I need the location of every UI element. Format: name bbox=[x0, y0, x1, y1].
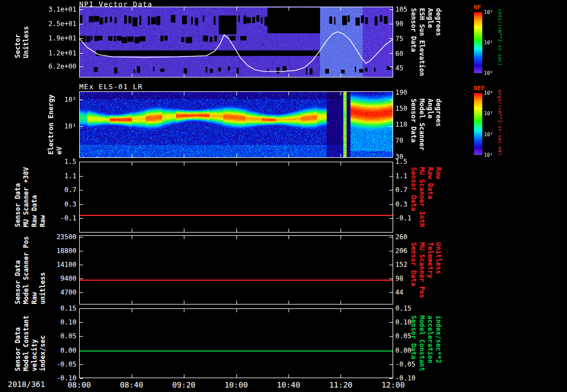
y-tick-label-right: 70 bbox=[395, 137, 403, 145]
tick-mark bbox=[236, 374, 237, 378]
tick-mark bbox=[80, 308, 83, 309]
x-tick-label: 08:00 bbox=[68, 380, 91, 389]
tick-mark bbox=[184, 309, 184, 312]
axis-label-line: Angle bbox=[426, 99, 434, 151]
axis-label-line: Sensor Data bbox=[14, 167, 22, 227]
panel-modelconst-frame bbox=[79, 308, 393, 378]
tick-mark bbox=[341, 229, 341, 232]
x-tick-label: 08:40 bbox=[120, 380, 143, 389]
tick-mark bbox=[80, 218, 83, 219]
tick-mark bbox=[80, 9, 83, 10]
y-tick-label-left: 1.2e+01 bbox=[42, 49, 76, 57]
y-tick-label-right: 60 bbox=[395, 50, 403, 58]
tick-mark bbox=[341, 92, 341, 95]
tick-mark bbox=[184, 301, 184, 304]
data-line-mu30v bbox=[80, 215, 393, 216]
y-tick-label-left: 1.1 bbox=[42, 172, 76, 180]
tick-mark bbox=[132, 236, 132, 239]
y-tick-label-left: 0.10 bbox=[42, 318, 76, 326]
tick-mark bbox=[288, 229, 289, 232]
tick-mark bbox=[236, 236, 237, 239]
tick-mark bbox=[184, 7, 184, 11]
colorbar-def bbox=[474, 93, 482, 155]
colorbar-units: cnts/(cm**2-sr-sec) bbox=[497, 9, 503, 78]
panel-mu30v-frame bbox=[79, 162, 393, 233]
axis-label-line: Sensor Data bbox=[14, 315, 22, 371]
axis-label-line: eV bbox=[56, 95, 63, 154]
y-tick-label-right: 206 bbox=[395, 247, 408, 255]
axis-label-modelconst-right: Sensor DataModel Constantaccelerationind… bbox=[410, 315, 442, 371]
y-tick-label-right: 98 bbox=[395, 275, 403, 282]
y-tick-label-right: 75 bbox=[395, 35, 403, 43]
tick-mark bbox=[341, 374, 341, 378]
tick-mark bbox=[80, 126, 83, 127]
axis-label-line: Model Constant bbox=[23, 315, 30, 371]
y-tick-label-left: 1.9e+01 bbox=[42, 34, 76, 42]
y-tick-label-left: 0.7 bbox=[42, 186, 76, 194]
tick-mark bbox=[236, 162, 237, 166]
axis-label-line: Raw bbox=[39, 167, 47, 227]
tick-mark bbox=[288, 301, 289, 304]
tick-mark bbox=[389, 66, 393, 67]
y-tick-label-left: 0.3 bbox=[42, 200, 76, 208]
axis-label-mu30v-right: Sensor DataMU Scanner IntHRaw DataRaw bbox=[410, 167, 442, 227]
tick-mark bbox=[80, 162, 83, 162]
tick-mark bbox=[389, 190, 393, 190]
tick-mark bbox=[341, 309, 341, 312]
x-tick-label: 09:20 bbox=[172, 380, 195, 389]
tick-mark bbox=[288, 309, 289, 312]
y-tick-label-left: 0.15 bbox=[42, 305, 76, 312]
axis-label-line: Unitless bbox=[23, 26, 30, 58]
axis-label-line: Raw bbox=[31, 236, 38, 304]
y-tick-label-left: 9400 bbox=[42, 275, 76, 282]
axis-label-line: Model Scanner Pos bbox=[23, 236, 30, 304]
y-tick-label-right: 1.5 bbox=[395, 158, 408, 166]
tick-mark bbox=[288, 236, 289, 239]
y-tick-label-right: 44 bbox=[395, 288, 403, 296]
tick-mark bbox=[389, 9, 393, 10]
tick-mark bbox=[184, 92, 184, 95]
y-tick-label-right: -0.1 bbox=[395, 214, 411, 222]
tick-mark bbox=[132, 162, 132, 166]
tick-mark bbox=[80, 24, 83, 24]
x-tick-label: 11:20 bbox=[329, 380, 352, 389]
y-tick-label-right: 90 bbox=[395, 20, 403, 28]
axis-label-line: Model Scanner bbox=[418, 99, 425, 151]
x-tick-label: 12:00 bbox=[382, 380, 405, 389]
data-line-scanpos bbox=[80, 280, 393, 281]
colorbar-tick-label: 10⁰ bbox=[484, 70, 493, 76]
axis-label-line: Electron Energy bbox=[48, 95, 55, 154]
axis-label-line: MU Scanner +30V bbox=[23, 167, 30, 227]
tick-mark bbox=[80, 251, 83, 251]
tick-mark bbox=[80, 190, 83, 190]
colorbar-tick-label: 10² bbox=[484, 132, 493, 137]
x-axis-date-label: 2018/361 bbox=[8, 380, 45, 389]
tick-mark bbox=[184, 229, 184, 232]
axis-label-line: Raw bbox=[435, 167, 442, 227]
y-tick-label-left: 0.05 bbox=[42, 332, 76, 340]
colorbar-nf bbox=[474, 12, 482, 73]
tick-mark bbox=[341, 154, 341, 157]
y-tick-label-left: 18800 bbox=[42, 247, 76, 255]
tick-mark bbox=[389, 378, 393, 379]
axis-label-scanpos-left: Sensor DataModel Scanner PosRawunitless bbox=[14, 236, 47, 304]
axis-label-line: Telemetry bbox=[426, 242, 434, 298]
axis-label-line: velocity bbox=[31, 315, 38, 371]
colorbar-tick-label: 10³ bbox=[484, 111, 493, 116]
axis-label-line: MU Scanner IntH bbox=[418, 167, 425, 227]
x-tick-label: 10:00 bbox=[224, 380, 248, 389]
y-tick-label-right: 152 bbox=[395, 261, 408, 269]
y-tick-label-right: 0.15 bbox=[395, 305, 411, 312]
tick-mark bbox=[132, 301, 132, 304]
tick-mark bbox=[389, 251, 393, 251]
axis-label-line: Sensor Data bbox=[410, 99, 417, 151]
tick-mark bbox=[80, 100, 83, 100]
colorbar-title: NF bbox=[474, 4, 481, 11]
y-tick-label-left: 1.5 bbox=[42, 158, 76, 166]
tick-mark bbox=[80, 378, 83, 379]
y-tick-label-right: 110 bbox=[395, 121, 408, 128]
axis-label-els-left: Electron EnergyeV bbox=[48, 95, 63, 154]
tick-mark bbox=[80, 66, 83, 67]
tick-mark bbox=[389, 24, 393, 24]
tick-mark bbox=[184, 374, 184, 378]
